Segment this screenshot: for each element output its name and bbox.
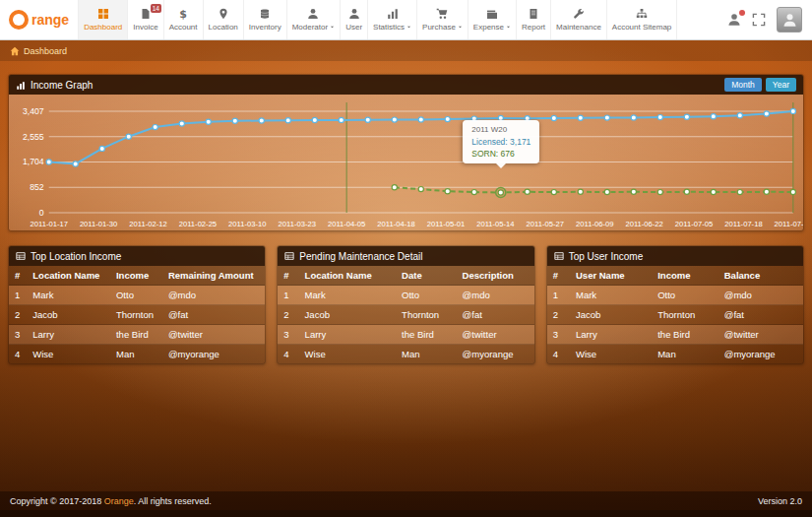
dollar-icon: $ — [177, 8, 189, 20]
svg-text:2011-04-18: 2011-04-18 — [377, 220, 414, 228]
nav-item-dashboard[interactable]: Dashboard — [79, 0, 128, 39]
report-icon — [528, 8, 539, 20]
nav-item-location[interactable]: Location — [204, 0, 244, 39]
table-cell: @fat — [457, 305, 534, 325]
table-cell: @twitter — [457, 325, 534, 345]
svg-text:2011-04-05: 2011-04-05 — [328, 220, 365, 228]
income-graph-header: Income Graph MonthYear — [9, 75, 803, 95]
brand-logo[interactable]: range — [0, 0, 79, 39]
svg-text:2,555: 2,555 — [23, 132, 44, 142]
caret-icon — [406, 25, 411, 30]
person-icon — [782, 13, 797, 28]
table-cell: @myorange — [718, 345, 803, 364]
panel-top-user-income: Top User Income#User NameIncomeBalance1M… — [546, 245, 804, 364]
nav-item-text: Report — [522, 23, 545, 32]
table-cell: @mdo — [162, 286, 265, 305]
breadcrumb-label[interactable]: Dashboard — [24, 46, 67, 56]
table-icon — [284, 251, 294, 261]
nav-item-expense[interactable]: Expense — [468, 0, 517, 39]
nav-item-user[interactable]: User — [341, 0, 368, 39]
table-cell: @myorange — [457, 345, 534, 364]
nav-item-label: User — [345, 23, 362, 32]
nav-item-icon-wrap: $ — [177, 8, 189, 21]
chart-icon — [16, 81, 26, 91]
nav-item-label: Dashboard — [84, 23, 122, 32]
nav-item-inventory[interactable]: Inventory — [244, 0, 287, 39]
period-buttons: MonthYear — [724, 78, 796, 92]
panel-pending-maintenance-detail: Pending Maintenance Detail#Location Name… — [277, 245, 534, 364]
income-graph-panel: Income Graph MonthYear 08521,7042,5553,4… — [8, 74, 804, 231]
table-cell: 3 — [9, 325, 27, 345]
nav-item-account-sitemap[interactable]: Account Sitemap — [607, 0, 677, 39]
nav-item-text: Account — [169, 23, 198, 32]
table-cell: 4 — [278, 345, 298, 364]
table-icon — [554, 251, 564, 261]
column-header: Remaining Amount — [162, 266, 265, 286]
table-row: 3Larrythe Bird@twitter — [547, 325, 803, 345]
notification-badge — [739, 10, 745, 16]
copyright-suffix: . All rights reserved. — [134, 496, 212, 506]
purchase-icon — [436, 8, 448, 20]
column-header: Date — [396, 266, 457, 286]
nav-item-invoice[interactable]: 14Invoice — [128, 0, 163, 39]
nav-item-label: Statistics — [373, 23, 411, 32]
table-cell: Wise — [570, 345, 652, 364]
footer-brand[interactable]: Orange — [104, 496, 134, 506]
svg-text:0: 0 — [39, 208, 44, 218]
nav-item-text: Statistics — [373, 23, 405, 32]
table-cell: Otto — [110, 286, 162, 305]
svg-text:2011-06-22: 2011-06-22 — [625, 220, 662, 228]
nav-item-label: Inventory — [249, 23, 281, 32]
table-cell: Larry — [570, 325, 652, 345]
svg-text:2011-03-10: 2011-03-10 — [228, 220, 266, 228]
nav-item-report[interactable]: Report — [517, 0, 551, 39]
table-row: 4WiseMan@myorange — [9, 345, 265, 364]
table-cell: Larry — [27, 325, 110, 345]
table-row: 1MarkOtto@mdo — [278, 286, 533, 305]
nav-item-icon-wrap — [348, 8, 360, 21]
table-cell: Man — [652, 345, 718, 364]
nav-item-label: Maintenance — [556, 23, 601, 32]
year-button[interactable]: Year — [766, 78, 796, 92]
month-button[interactable]: Month — [724, 78, 762, 92]
nav-item-label: Account — [169, 23, 198, 32]
top-navbar: range Dashboard14Invoice$AccountLocation… — [0, 0, 812, 40]
column-header: Balance — [718, 266, 803, 286]
svg-text:2011-01-17: 2011-01-17 — [31, 220, 68, 228]
tooltip-title: 2011 W20 — [471, 124, 531, 136]
nav-item-text: Purchase — [422, 23, 456, 32]
nav-item-maintenance[interactable]: Maintenance — [551, 0, 607, 39]
nav-item-label: Account Sitemap — [612, 23, 671, 32]
table-cell: Mark — [299, 286, 397, 305]
table-cell: Wise — [299, 345, 397, 364]
home-icon — [10, 46, 20, 56]
table-cell: 4 — [9, 345, 27, 364]
nav-item-purchase[interactable]: Purchase — [417, 0, 468, 39]
fullscreen-button[interactable] — [752, 13, 766, 27]
svg-text:2011-05-01: 2011-05-01 — [427, 220, 465, 228]
table-cell: Wise — [27, 345, 110, 364]
column-header: # — [547, 266, 570, 286]
income-chart[interactable]: 08521,7042,5553,4072011-01-172011-01-302… — [9, 95, 803, 230]
panel-title: Top Location Income — [31, 251, 121, 262]
notifications-button[interactable] — [727, 13, 741, 27]
svg-text:$: $ — [179, 8, 187, 20]
copyright-text: Copyright © 2017-2018 Orange. All rights… — [10, 496, 212, 506]
nav-item-statistics[interactable]: Statistics — [368, 0, 417, 39]
column-header: # — [278, 266, 298, 286]
data-table: #User NameIncomeBalance1MarkOtto@mdo2Jac… — [547, 266, 803, 363]
nav-item-text: Expense — [473, 23, 504, 32]
avatar[interactable] — [777, 7, 802, 32]
nav-item-text: Dashboard — [84, 23, 122, 32]
nav-item-moderator[interactable]: Moderator — [287, 0, 341, 39]
nav-item-icon-wrap — [486, 8, 498, 21]
table-header-row: #Location NameIncomeRemaining Amount — [9, 266, 265, 286]
table-header-row: #User NameIncomeBalance — [547, 266, 803, 286]
nav-items: Dashboard14Invoice$AccountLocationInvent… — [79, 0, 677, 39]
table-cell: @myorange — [162, 345, 265, 364]
inventory-icon — [259, 8, 271, 20]
footer: Copyright © 2017-2018 Orange. All rights… — [0, 491, 812, 517]
nav-item-account[interactable]: $Account — [164, 0, 204, 39]
nav-item-icon-wrap — [387, 8, 399, 21]
nav-item-icon-wrap — [97, 8, 109, 21]
